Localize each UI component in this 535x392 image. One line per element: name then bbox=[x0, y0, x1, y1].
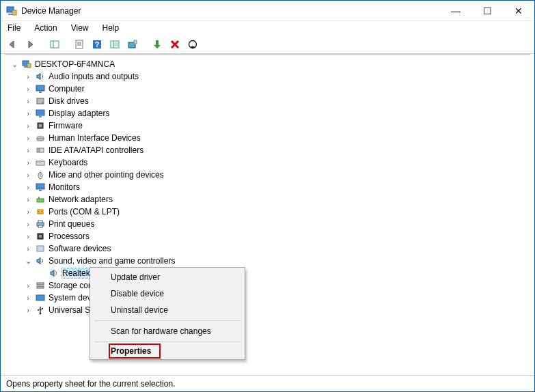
tree-category-label: Human Interface Devices bbox=[49, 133, 143, 143]
tree-category-label: Computer bbox=[49, 84, 87, 94]
expand-icon[interactable]: › bbox=[23, 120, 33, 131]
tree-category[interactable]: ›Keyboards bbox=[6, 156, 529, 169]
enable-device-button[interactable] bbox=[150, 37, 165, 52]
svg-rect-1 bbox=[8, 14, 12, 15]
tree-category[interactable]: ›Firmware bbox=[6, 120, 529, 132]
svg-rect-37 bbox=[38, 163, 38, 163]
tree-category-label: Mice and other pointing devices bbox=[49, 170, 167, 180]
tree-category[interactable]: ⌄Sound, video and game controllers bbox=[6, 255, 529, 267]
back-button[interactable] bbox=[5, 37, 20, 52]
expand-icon[interactable]: › bbox=[23, 206, 33, 217]
tree-category[interactable]: ›Human Interface Devices bbox=[6, 132, 529, 144]
expand-icon[interactable]: › bbox=[23, 145, 33, 156]
expand-icon[interactable]: › bbox=[23, 108, 33, 119]
svg-rect-38 bbox=[39, 163, 40, 163]
tree-category-label: System dev bbox=[49, 293, 94, 303]
expand-icon[interactable]: › bbox=[23, 96, 33, 107]
expand-icon[interactable]: › bbox=[23, 132, 33, 143]
net-icon bbox=[35, 194, 46, 205]
properties-button[interactable] bbox=[72, 37, 87, 52]
tree-category[interactable]: ›Software devices bbox=[6, 242, 529, 255]
expand-icon[interactable]: › bbox=[23, 182, 33, 193]
expand-icon[interactable]: › bbox=[23, 305, 33, 316]
expand-icon[interactable]: › bbox=[23, 71, 33, 82]
tree-category-label: Network adapters bbox=[49, 195, 115, 204]
context-menu-item-properties[interactable]: Properties bbox=[109, 344, 160, 358]
tree-category[interactable]: ›Computer bbox=[6, 83, 529, 95]
svg-rect-3 bbox=[51, 41, 59, 48]
minimize-button[interactable]: — bbox=[440, 1, 471, 21]
tree-category-label: Processors bbox=[49, 232, 92, 241]
maximize-button[interactable]: ☐ bbox=[471, 1, 503, 21]
tree-category[interactable]: ›Audio inputs and outputs bbox=[6, 70, 529, 83]
svg-rect-30 bbox=[39, 124, 42, 127]
expand-icon[interactable]: › bbox=[23, 243, 33, 254]
storage-icon bbox=[35, 280, 46, 291]
expand-icon[interactable]: › bbox=[23, 194, 33, 205]
sys-icon bbox=[35, 292, 46, 303]
mouse-icon bbox=[35, 169, 46, 180]
tree-category[interactable]: ›Processors bbox=[6, 230, 529, 242]
tree-root[interactable]: ⌄ DESKTOP-6F4MNCA bbox=[6, 58, 529, 70]
tree-category[interactable]: ›Network adapters bbox=[6, 193, 529, 206]
uninstall-device-button[interactable] bbox=[167, 37, 182, 52]
expand-icon[interactable]: › bbox=[23, 83, 33, 94]
expand-icon[interactable]: › bbox=[23, 219, 33, 229]
tree-device-selected[interactable]: Realtek bbox=[6, 267, 529, 279]
hid-icon bbox=[35, 132, 46, 143]
speaker-icon bbox=[35, 71, 46, 82]
device-manager-window: Device Manager — ☐ ✕ File Action View He… bbox=[0, 0, 535, 392]
menu-view[interactable]: View bbox=[68, 22, 92, 34]
disable-device-button[interactable] bbox=[185, 37, 200, 52]
menu-action[interactable]: Action bbox=[31, 22, 59, 34]
expand-icon[interactable]: › bbox=[23, 292, 33, 303]
svg-rect-61 bbox=[42, 308, 43, 309]
collapse-icon[interactable]: ⌄ bbox=[9, 59, 20, 70]
tree-category[interactable]: ›IDE ATA/ATAPI controllers bbox=[6, 144, 529, 156]
tree-category[interactable]: ›Disk drives bbox=[6, 95, 529, 107]
update-driver-button[interactable] bbox=[125, 37, 140, 52]
expand-icon[interactable]: › bbox=[23, 169, 33, 180]
context-menu-item-disable-device[interactable]: Disable device bbox=[92, 285, 243, 302]
tree-category[interactable]: ›System dev bbox=[6, 292, 529, 304]
monitor-icon bbox=[35, 108, 46, 119]
window-title: Device Manager bbox=[21, 6, 81, 16]
context-menu-separator bbox=[94, 341, 241, 342]
forward-button[interactable] bbox=[23, 37, 38, 52]
svg-text:?: ? bbox=[95, 40, 100, 48]
expand-icon[interactable]: › bbox=[23, 280, 33, 291]
device-tree[interactable]: ⌄ DESKTOP-6F4MNCA ›Audio inputs and outp… bbox=[1, 55, 534, 375]
svg-rect-57 bbox=[36, 295, 44, 300]
close-button[interactable]: ✕ bbox=[503, 1, 534, 21]
svg-rect-50 bbox=[38, 221, 42, 223]
context-menu-item-update-driver[interactable]: Update driver bbox=[92, 269, 243, 285]
context-menu-item-scan-for-hardware-changes[interactable]: Scan for hardware changes bbox=[92, 323, 243, 339]
svg-point-47 bbox=[38, 211, 40, 212]
scan-hardware-button[interactable] bbox=[107, 37, 122, 52]
context-menu-item-uninstall-device[interactable]: Uninstall device bbox=[92, 302, 243, 318]
menu-file[interactable]: File bbox=[5, 22, 23, 34]
tree-category[interactable]: ›Ports (COM & LPT) bbox=[6, 206, 529, 218]
show-hide-tree-button[interactable] bbox=[47, 37, 62, 52]
help-button[interactable]: ? bbox=[90, 37, 105, 52]
tree-category-label: Disk drives bbox=[49, 96, 92, 106]
svg-rect-13 bbox=[114, 42, 118, 46]
expand-icon[interactable]: › bbox=[23, 231, 33, 242]
tree-category-label: Print queues bbox=[49, 219, 97, 229]
expand-icon[interactable]: › bbox=[23, 157, 33, 168]
menu-help[interactable]: Help bbox=[100, 22, 122, 34]
tree-category[interactable]: ›Universal Se bbox=[6, 304, 529, 316]
svg-rect-22 bbox=[27, 64, 31, 68]
tree-category[interactable]: ›Print queues bbox=[6, 218, 529, 230]
tree-category-label: Ports (COM & LPT) bbox=[49, 207, 122, 216]
tree-category[interactable]: ›Display adapters bbox=[6, 107, 529, 120]
statusbar-text: Opens property sheet for the current sel… bbox=[6, 379, 175, 389]
collapse-icon[interactable]: ⌄ bbox=[23, 255, 33, 266]
speaker-icon bbox=[49, 268, 59, 279]
tree-category[interactable]: ›Storage cor bbox=[6, 279, 529, 292]
tree-category[interactable]: ›Monitors bbox=[6, 181, 529, 193]
tree-category-label: Audio inputs and outputs bbox=[49, 72, 141, 81]
ide-icon bbox=[35, 145, 46, 156]
svg-rect-39 bbox=[40, 163, 41, 163]
tree-category[interactable]: ›Mice and other pointing devices bbox=[6, 169, 529, 181]
